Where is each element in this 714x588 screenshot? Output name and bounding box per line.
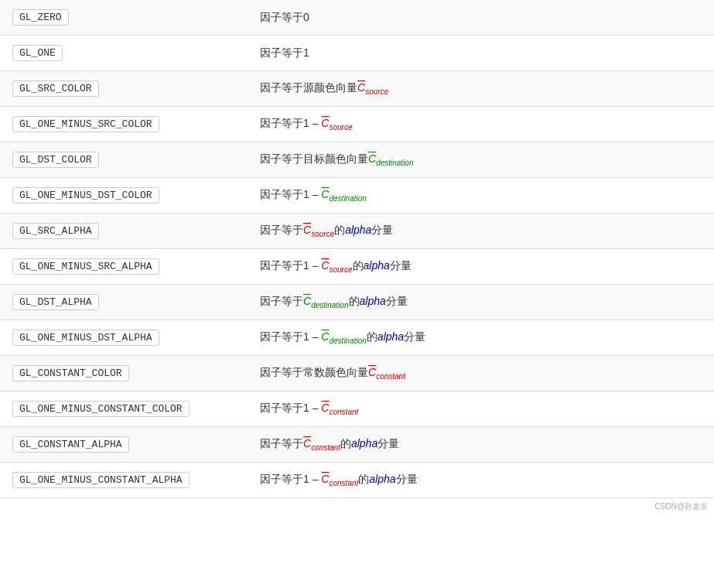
code-badge: GL_ONE_MINUS_SRC_COLOR [12,116,159,132]
desc-cell: 因子等于1 [248,36,714,71]
desc-cell: 因子等于1 – Cconstant [248,391,714,427]
table-row: GL_ONE_MINUS_SRC_COLOR因子等于1 – Csource [0,107,714,142]
code-badge: GL_ONE_MINUS_CONSTANT_COLOR [12,401,190,417]
table-row: GL_SRC_COLOR因子等于源颜色向量Csource [0,71,714,107]
code-badge: GL_CONSTANT_COLOR [12,365,129,381]
code-cell: GL_ONE_MINUS_SRC_ALPHA [0,249,248,285]
code-cell: GL_ONE_MINUS_DST_COLOR [0,178,248,214]
desc-cell: 因子等于Csource的alpha分量 [248,214,714,249]
code-cell: GL_ONE [0,36,248,71]
desc-cell: 因子等于目标颜色向量Cdestination [248,142,714,178]
table-row: GL_ZERO因子等于0 [0,0,714,36]
watermark: CSDN@孙龙安 [0,498,714,515]
desc-cell: 因子等于常数颜色向量Cconstant [248,356,714,391]
code-cell: GL_ZERO [0,0,248,36]
table-row: GL_DST_COLOR因子等于目标颜色向量Cdestination [0,142,714,178]
code-cell: GL_ONE_MINUS_CONSTANT_COLOR [0,391,248,427]
code-badge: GL_SRC_ALPHA [12,223,99,239]
code-cell: GL_DST_COLOR [0,142,248,178]
code-badge: GL_ZERO [12,9,69,26]
code-cell: GL_DST_ALPHA [0,285,248,320]
desc-cell: 因子等于Cdestination的alpha分量 [248,285,714,320]
code-cell: GL_CONSTANT_COLOR [0,356,248,391]
code-badge: GL_ONE_MINUS_SRC_ALPHA [12,258,159,275]
code-badge: GL_ONE_MINUS_DST_COLOR [12,187,159,203]
code-cell: GL_SRC_COLOR [0,71,248,107]
desc-cell: 因子等于1 – Cdestination [248,178,714,214]
table-row: GL_ONE_MINUS_SRC_ALPHA因子等于1 – Csource的al… [0,249,714,285]
table-row: GL_ONE_MINUS_DST_ALPHA因子等于1 – Cdestinati… [0,320,714,356]
code-cell: GL_SRC_ALPHA [0,214,248,249]
desc-cell: 因子等于1 – Csource [248,107,714,142]
desc-cell: 因子等于0 [248,0,714,36]
table-row: GL_CONSTANT_ALPHA因子等于Cconstant的alpha分量 [0,427,714,463]
code-cell: GL_ONE_MINUS_DST_ALPHA [0,320,248,356]
blend-factor-table: GL_ZERO因子等于0GL_ONE因子等于1GL_SRC_COLOR因子等于源… [0,0,714,498]
code-cell: GL_ONE_MINUS_SRC_COLOR [0,107,248,142]
code-badge: GL_DST_ALPHA [12,294,99,310]
code-badge: GL_ONE_MINUS_DST_ALPHA [12,330,159,346]
desc-cell: 因子等于Cconstant的alpha分量 [248,427,714,463]
table-row: GL_ONE_MINUS_CONSTANT_ALPHA因子等于1 – Ccons… [0,463,714,498]
code-badge: GL_CONSTANT_ALPHA [12,436,129,453]
table-row: GL_ONE因子等于1 [0,36,714,71]
desc-cell: 因子等于源颜色向量Csource [248,71,714,107]
code-badge: GL_SRC_COLOR [12,80,99,97]
desc-cell: 因子等于1 – Cdestination的alpha分量 [248,320,714,356]
table-row: GL_CONSTANT_COLOR因子等于常数颜色向量Cconstant [0,356,714,391]
code-cell: GL_CONSTANT_ALPHA [0,427,248,463]
table-row: GL_SRC_ALPHA因子等于Csource的alpha分量 [0,214,714,249]
code-badge: GL_ONE [12,45,63,61]
table-row: GL_ONE_MINUS_DST_COLOR因子等于1 – Cdestinati… [0,178,714,214]
table-row: GL_DST_ALPHA因子等于Cdestination的alpha分量 [0,285,714,320]
table-row: GL_ONE_MINUS_CONSTANT_COLOR因子等于1 – Ccons… [0,391,714,427]
desc-cell: 因子等于1 – Cconstant的alpha分量 [248,463,714,498]
code-badge: GL_ONE_MINUS_CONSTANT_ALPHA [12,472,190,488]
code-badge: GL_DST_COLOR [12,152,99,168]
desc-cell: 因子等于1 – Csource的alpha分量 [248,249,714,285]
code-cell: GL_ONE_MINUS_CONSTANT_ALPHA [0,463,248,498]
main-container: GL_ZERO因子等于0GL_ONE因子等于1GL_SRC_COLOR因子等于源… [0,0,714,515]
